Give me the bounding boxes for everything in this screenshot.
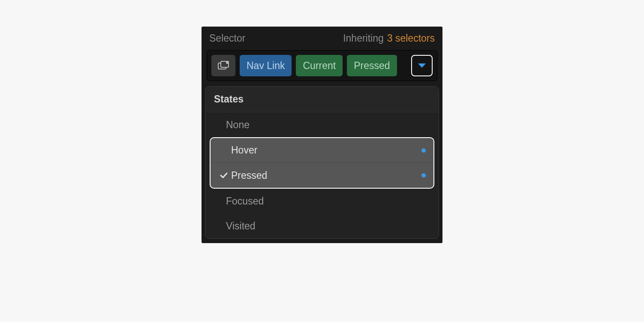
- styled-indicator-dot: [421, 173, 426, 178]
- states-dropdown-panel: States None Hover Pressed: [205, 86, 439, 239]
- chip-label: Current: [303, 60, 336, 72]
- state-option-pressed[interactable]: Pressed: [211, 163, 433, 188]
- selector-input-box[interactable]: Nav Link Current Pressed: [207, 50, 437, 81]
- chip-label: Nav Link: [247, 60, 285, 72]
- styled-indicator-dot: [421, 148, 426, 153]
- check-icon: [219, 171, 229, 180]
- panel-header: Selector Inheriting 3 selectors: [202, 27, 442, 48]
- state-option-none[interactable]: None: [205, 112, 439, 137]
- inherited-selectors-link[interactable]: 3 selectors: [387, 33, 435, 44]
- state-label: Focused: [226, 196, 431, 207]
- state-option-visited[interactable]: Visited: [205, 214, 439, 238]
- check-slot: [217, 171, 231, 180]
- state-chip-pressed[interactable]: Pressed: [347, 55, 397, 76]
- svg-point-2: [226, 61, 229, 64]
- state-label: None: [226, 119, 431, 131]
- states-dropdown-button[interactable]: [411, 55, 433, 76]
- class-chip-nav-link[interactable]: Nav Link: [240, 55, 292, 76]
- state-chip-current[interactable]: Current: [296, 55, 343, 76]
- state-option-hover[interactable]: Hover: [211, 138, 433, 163]
- style-selector-panel: Selector Inheriting 3 selectors Nav Link: [202, 27, 442, 243]
- caret-down-icon: [418, 63, 426, 68]
- element-type-chip[interactable]: [211, 55, 235, 76]
- state-label: Visited: [226, 220, 431, 232]
- state-option-focused[interactable]: Focused: [205, 189, 439, 214]
- state-label: Hover: [231, 144, 421, 156]
- selector-chips: Nav Link Current Pressed: [211, 55, 403, 76]
- state-label: Pressed: [231, 170, 421, 181]
- inheriting-group: Inheriting 3 selectors: [343, 33, 435, 44]
- chip-label: Pressed: [354, 60, 390, 72]
- highlighted-state-group: Hover Pressed: [210, 137, 434, 189]
- inheriting-label: Inheriting: [343, 33, 384, 44]
- selector-title: Selector: [209, 33, 245, 44]
- element-icon: [218, 61, 229, 70]
- states-heading: States: [205, 87, 439, 112]
